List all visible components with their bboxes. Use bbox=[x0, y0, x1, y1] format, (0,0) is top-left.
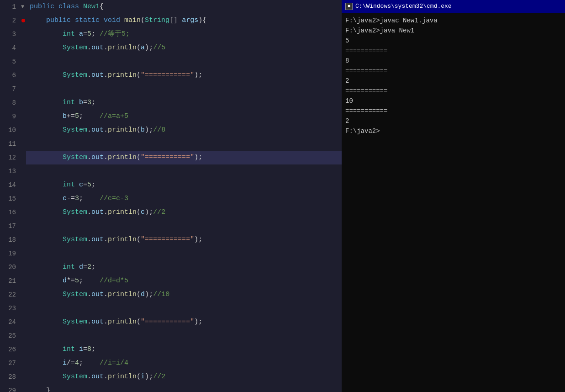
code-token: //10 bbox=[153, 291, 169, 298]
code-line: int b=3; bbox=[26, 96, 342, 110]
line-number: 21 bbox=[0, 274, 16, 288]
line-number: 2 bbox=[0, 14, 16, 27]
code-line: c-=3; //c=c-3 bbox=[26, 192, 342, 206]
code-token: System bbox=[63, 44, 87, 52]
code-token: -= bbox=[67, 195, 75, 202]
code-token: . bbox=[87, 291, 91, 298]
code-token: { bbox=[100, 3, 104, 11]
cmd-output-line: =========== bbox=[345, 106, 561, 116]
code-token: . bbox=[104, 208, 108, 216]
code-token: class bbox=[58, 3, 83, 11]
cmd-title: C:\Windows\system32\cmd.exe bbox=[355, 0, 452, 13]
code-token: ; bbox=[91, 181, 95, 189]
code-token: out bbox=[91, 154, 104, 161]
gutter-cell bbox=[21, 27, 26, 41]
code-token: c bbox=[63, 195, 67, 202]
code-token: . bbox=[87, 236, 91, 244]
gutter-cell bbox=[21, 315, 26, 329]
code-token: = bbox=[83, 263, 87, 271]
code-token: . bbox=[87, 318, 91, 326]
code-token: println bbox=[108, 154, 137, 161]
gutter-cell bbox=[21, 206, 26, 219]
line-number: 14 bbox=[0, 178, 16, 192]
cmd-panel[interactable]: ■ C:\Windows\system32\cmd.exe F:\java2>j… bbox=[342, 0, 565, 392]
code-token: i bbox=[63, 359, 67, 367]
code-token: ( bbox=[141, 16, 145, 24]
code-token: ( bbox=[137, 44, 141, 52]
code-token: ; bbox=[79, 195, 100, 202]
code-token: "===========" bbox=[141, 236, 194, 244]
line-number: 16 bbox=[0, 206, 16, 219]
fold-icon[interactable]: ▼ bbox=[21, 4, 24, 10]
code-token: ); bbox=[194, 318, 202, 326]
code-editor[interactable]: 1234567891011121314151617181920212223242… bbox=[0, 0, 342, 392]
code-token bbox=[30, 277, 63, 285]
gutter-cell bbox=[21, 302, 26, 315]
code-token: *= bbox=[67, 277, 75, 285]
code-token: out bbox=[91, 71, 104, 79]
line-number: 26 bbox=[0, 343, 16, 356]
code-token bbox=[30, 291, 63, 298]
code-token bbox=[30, 195, 63, 202]
code-token: System bbox=[63, 291, 87, 298]
code-token: out bbox=[91, 44, 104, 52]
code-line: b+=5; //a=a+5 bbox=[26, 110, 342, 123]
code-token: c bbox=[141, 208, 145, 216]
gutter-cell bbox=[21, 41, 26, 55]
code-token bbox=[30, 112, 63, 120]
cmd-icon: ■ bbox=[345, 3, 353, 10]
code-token: . bbox=[87, 208, 91, 216]
gutter-cell bbox=[21, 343, 26, 356]
code-token bbox=[30, 373, 63, 381]
code-token: println bbox=[108, 236, 137, 244]
gutter-cell: ▼ bbox=[21, 0, 26, 14]
code-token: out bbox=[91, 126, 104, 134]
line-number: 1 bbox=[0, 0, 16, 14]
code-token: 8 bbox=[87, 345, 91, 353]
code-line: int d=2; bbox=[26, 260, 342, 274]
code-line: int c=5; bbox=[26, 178, 342, 192]
gutter-cell bbox=[21, 370, 26, 384]
line-number: 29 bbox=[0, 384, 16, 392]
cmd-output-line: 2 bbox=[345, 76, 561, 86]
code-token: = bbox=[83, 30, 87, 38]
gutter-cell bbox=[21, 384, 26, 392]
code-line: public static void main(String[] args){ bbox=[26, 14, 342, 27]
line-number: 8 bbox=[0, 96, 16, 110]
code-token bbox=[30, 99, 63, 106]
code-token: ); bbox=[145, 291, 153, 298]
gutter-cell bbox=[21, 219, 26, 233]
code-token: i bbox=[79, 345, 83, 353]
breakpoint-marker bbox=[21, 19, 25, 22]
code-token: d bbox=[141, 291, 145, 298]
code-token: ); bbox=[145, 208, 153, 216]
code-line bbox=[26, 247, 342, 260]
code-token: int bbox=[63, 99, 79, 106]
line-number: 20 bbox=[0, 260, 16, 274]
code-token: ( bbox=[137, 126, 141, 134]
code-token: [] bbox=[169, 16, 182, 24]
code-token: public bbox=[30, 3, 58, 11]
code-token: . bbox=[87, 154, 91, 161]
gutter-cell bbox=[21, 260, 26, 274]
code-token: System bbox=[63, 154, 87, 161]
line-number: 28 bbox=[0, 370, 16, 384]
gutter-cell bbox=[21, 192, 26, 206]
gutter-cell bbox=[21, 55, 26, 69]
code-lines[interactable]: public class New1{ public static void ma… bbox=[26, 0, 342, 392]
code-line bbox=[26, 329, 342, 343]
code-token: ( bbox=[137, 154, 141, 161]
code-token: println bbox=[108, 373, 137, 381]
code-token: System bbox=[63, 208, 87, 216]
code-token: //8 bbox=[153, 126, 165, 134]
code-token: //c=c-3 bbox=[100, 195, 128, 202]
code-token: out bbox=[91, 318, 104, 326]
code-token: . bbox=[104, 318, 108, 326]
cmd-content: F:\java2>javac New1.javaF:\java2>java Ne… bbox=[342, 13, 565, 139]
code-token: ); bbox=[194, 154, 202, 161]
code-line: System.out.println("==========="); bbox=[26, 151, 342, 164]
cmd-titlebar: ■ C:\Windows\system32\cmd.exe bbox=[342, 0, 565, 13]
code-token: //5 bbox=[153, 44, 165, 52]
gutter: ▼ bbox=[21, 0, 26, 392]
code-token: . bbox=[87, 126, 91, 134]
